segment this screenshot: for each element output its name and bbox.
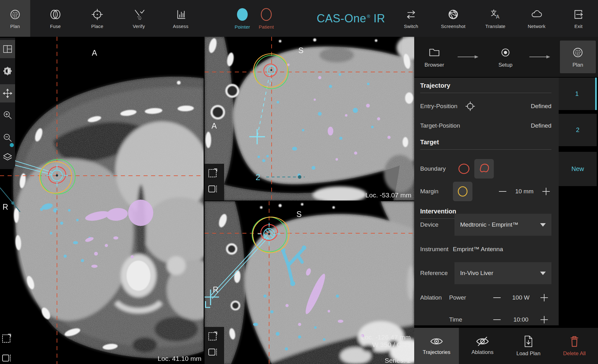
entry-position-label: Entry-Position: [420, 103, 457, 110]
reference-row: Reference In-Vivo Liver: [420, 262, 551, 284]
margin-decrease-button[interactable]: [496, 185, 510, 198]
toolbar-assess-label: Assess: [173, 24, 189, 29]
orientation-label-right-cor: R: [213, 285, 218, 294]
target-position-label: Target-Position: [420, 122, 460, 129]
pan-button[interactable]: [0, 84, 15, 102]
app-logo: CAS-One®IR: [302, 0, 400, 37]
margin-increase-button[interactable]: [539, 185, 553, 198]
workflow-header: Browser Setup Plan: [414, 37, 598, 77]
svg-text:A: A: [496, 14, 499, 19]
trajectory-tab-2[interactable]: 2: [559, 114, 597, 146]
pan-icon: [2, 88, 13, 99]
trajectory-tab-2-label: 2: [576, 126, 579, 134]
toolbar-place-button[interactable]: Place: [80, 0, 115, 37]
delete-all-button[interactable]: Delete All: [552, 328, 597, 364]
margin-circle-icon: [455, 184, 470, 199]
viewport-sagittal[interactable]: 2 S A Loc. -53.07 mm: [205, 37, 414, 201]
trajectories-toggle-button[interactable]: Trajectories: [414, 328, 459, 364]
target-position-status: Defined: [531, 122, 552, 129]
plan-step-icon: [571, 46, 584, 59]
toolbar-assess-button[interactable]: Assess: [163, 0, 198, 37]
sagittal-corner-panel: [205, 164, 224, 201]
workflow-step-browser[interactable]: Browser: [417, 37, 452, 77]
coronal-series-label: Series: 2: [385, 357, 411, 364]
viewport-axial[interactable]: A R Loc. 41.10 mm: [0, 37, 204, 364]
instrument-value: Emprint™ Antenna: [453, 246, 503, 253]
verify-icon: [132, 8, 145, 21]
coronal-loc-label: Loc. -126.47 mm: [361, 334, 411, 341]
toolbar-exit-button[interactable]: Exit: [561, 0, 596, 37]
fuse-icon: [49, 8, 62, 21]
reference-select[interactable]: In-Vivo Liver: [454, 262, 551, 284]
top-toolbar: Plan Fuse Place: [0, 0, 598, 37]
time-decrease-button[interactable]: [490, 313, 504, 327]
boundary-row: Boundary: [420, 159, 551, 179]
patient-icon: [259, 7, 273, 22]
boundary-blob-icon: [477, 162, 491, 176]
toolbar-network-button[interactable]: Network: [519, 0, 554, 37]
trajectory-tab-1[interactable]: 1: [559, 78, 597, 110]
boundary-freeform-option[interactable]: [474, 159, 494, 179]
power-increase-button[interactable]: [537, 291, 551, 305]
workflow-step-plan[interactable]: Plan: [560, 41, 596, 73]
trajectory-tab-list: 1 2 New: [559, 78, 598, 328]
cas-one-ir-app: { "app": { "name": "CAS-One", "registere…: [0, 0, 598, 364]
aperture-icon: [447, 8, 460, 21]
toolbar-network-label: Network: [528, 24, 545, 29]
minus-icon-2: [493, 293, 501, 302]
orientation-label-superior-cor: S: [296, 210, 302, 218]
trajectory-tab-1-label: 1: [575, 90, 578, 97]
margin-label: Margin: [420, 188, 438, 195]
ablations-toggle-button[interactable]: Ablations: [460, 328, 505, 364]
power-decrease-button[interactable]: [490, 291, 504, 305]
minus-icon: [498, 187, 507, 196]
load-plan-button[interactable]: Load Plan: [506, 328, 551, 364]
boundary-circle-icon: [457, 162, 471, 176]
toolbar-verify-button[interactable]: Verify: [121, 0, 156, 37]
toolbar-switch-button[interactable]: Switch: [394, 0, 428, 37]
viewport-coronal[interactable]: S R Loc. -126.47 mm W 350 / C 35 Series:…: [205, 201, 414, 364]
toolbar-plan-button[interactable]: Plan: [0, 0, 30, 37]
trajectory-tab-new[interactable]: New: [559, 152, 597, 186]
eye-off-icon: [476, 336, 489, 346]
toolbar-fuse-button[interactable]: Fuse: [38, 0, 73, 37]
sagittal-loc-label: Loc. -53.07 mm: [365, 191, 411, 199]
toolbar-place-label: Place: [91, 24, 104, 29]
layout-button[interactable]: [0, 40, 15, 58]
plus-icon-3: [540, 315, 549, 324]
boundary-sphere-option[interactable]: [454, 159, 474, 179]
toolbar-translate-button[interactable]: A Translate: [478, 0, 513, 37]
time-label: Time: [449, 316, 462, 323]
trajectory2-number-label: 2: [256, 173, 260, 182]
orientation-label-superior: S: [298, 46, 304, 55]
target-section-title: Target: [420, 139, 551, 150]
view-tools-sidebar: [0, 38, 15, 169]
margin-row: Margin 10 mm: [420, 181, 551, 201]
boundary-label: Boundary: [420, 165, 446, 172]
zoom-in-button[interactable]: [0, 106, 15, 124]
ablations-button-label: Ablations: [471, 349, 494, 356]
time-increase-button[interactable]: [537, 313, 551, 327]
layers-button[interactable]: [0, 148, 15, 167]
tool-indicator-dot: [10, 143, 14, 147]
pointer-icon: [235, 7, 249, 22]
entry-crosshair-icon[interactable]: [464, 100, 476, 112]
power-value: 100 W: [506, 294, 536, 301]
margin-value: 10 mm: [511, 188, 538, 195]
device-select[interactable]: Medtronic - Emprint™: [454, 214, 551, 236]
time-row: Time 10:00: [420, 313, 551, 327]
app-name: CAS-One: [317, 12, 366, 25]
power-label: Power: [449, 294, 466, 301]
plan-panel: Trajectory Entry-Position Defined Target…: [414, 78, 559, 325]
toolbar-exit-label: Exit: [574, 24, 583, 29]
workflow-arrow-icon-2: [529, 55, 551, 59]
entry-position-status: Defined: [531, 103, 552, 110]
toolbar-screenshot-button[interactable]: Screenshot: [436, 0, 471, 37]
workflow-arrow-icon: [457, 55, 479, 59]
patient-toggle[interactable]: Patient: [249, 0, 284, 37]
margin-circle-option[interactable]: [453, 182, 472, 201]
workflow-step-setup[interactable]: Setup: [488, 37, 523, 77]
trajectory-tab-new-label: New: [571, 165, 584, 173]
contrast-button[interactable]: [0, 62, 15, 80]
toolbar-screenshot-label: Screenshot: [441, 24, 465, 29]
